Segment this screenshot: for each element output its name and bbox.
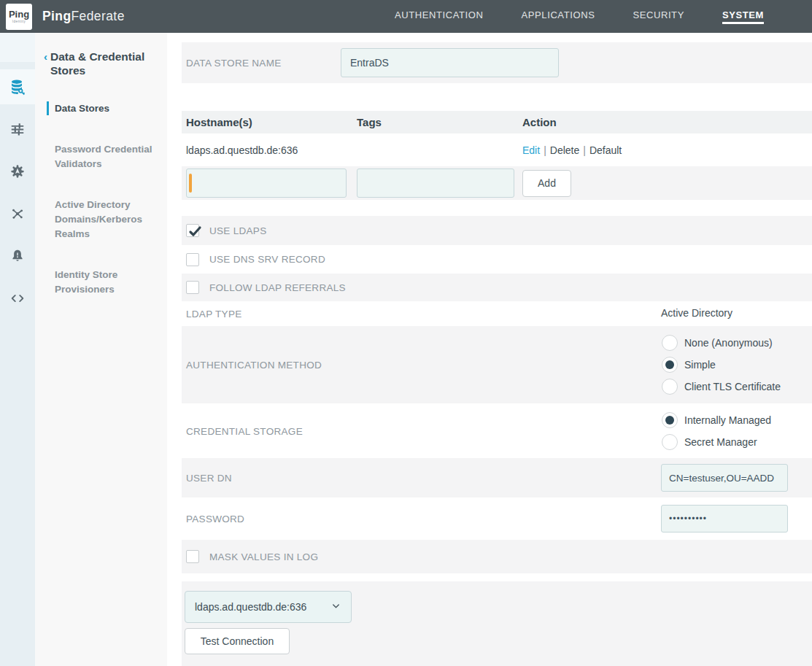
- follow-referrals-checkbox[interactable]: [186, 281, 199, 294]
- add-button[interactable]: Add: [522, 170, 571, 197]
- password-label: PASSWORD: [186, 514, 244, 524]
- auth-option-none: None (Anonymous): [662, 335, 781, 351]
- data-stores-icon: [9, 78, 26, 96]
- action-separator: |: [540, 144, 550, 156]
- required-caret-indicator: [189, 174, 192, 193]
- col-action: Action: [522, 116, 812, 128]
- ping-logo-text: Ping: [9, 9, 29, 19]
- cred-option-internal: Internally Managed: [662, 412, 771, 428]
- password-input[interactable]: [661, 505, 788, 533]
- authentication-method-row: AUTHENTICATION METHOD None (Anonymous) S…: [182, 326, 812, 403]
- main-content: DATA STORE NAME Hostname(s) Tags Action …: [167, 33, 812, 666]
- cred-internal-label: Internally Managed: [684, 414, 771, 426]
- delete-link[interactable]: Delete: [550, 144, 579, 156]
- auth-none-label: None (Anonymous): [684, 337, 773, 349]
- ping-logo[interactable]: Ping Identity: [6, 4, 32, 30]
- auth-none-radio[interactable]: [662, 335, 678, 351]
- hostname-input[interactable]: [186, 169, 347, 198]
- use-ldaps-label: USE LDAPS: [209, 225, 266, 236]
- sidebar: ‹ Data & Credential Stores Data Stores P…: [35, 33, 167, 666]
- host-select-dropdown[interactable]: ldaps.ad.questdb.de:636: [185, 591, 352, 623]
- hosts-table-header: Hostname(s) Tags Action: [182, 111, 812, 133]
- sidebar-item-data-stores[interactable]: Data Stores: [47, 101, 155, 116]
- rail-item-data-stores[interactable]: [0, 69, 35, 104]
- cred-secret-manager-label: Secret Manager: [684, 436, 757, 448]
- mask-values-row: MASK VALUES IN LOG: [182, 540, 812, 573]
- default-link[interactable]: Default: [589, 144, 622, 156]
- auth-option-simple: Simple: [662, 357, 781, 373]
- credential-storage-options: Internally Managed Secret Manager: [662, 412, 771, 450]
- connector-icon: [9, 206, 26, 222]
- host-table-row: ldaps.ad.questdb.de:636 Edit|Delete|Defa…: [182, 133, 812, 166]
- nav-system[interactable]: SYSTEM: [722, 9, 764, 24]
- cred-option-secret-manager: Secret Manager: [662, 434, 771, 450]
- use-dns-srv-checkbox[interactable]: [186, 253, 199, 266]
- auth-client-tls-label: Client TLS Certificate: [684, 381, 781, 392]
- hostname-cell: ldaps.ad.questdb.de:636: [186, 144, 357, 156]
- password-row: PASSWORD: [182, 497, 812, 540]
- nav-applications[interactable]: APPLICATIONS: [522, 9, 595, 24]
- sidebar-back[interactable]: ‹ Data & Credential Stores: [35, 50, 167, 78]
- test-connection-section: ldaps.ad.questdb.de:636 Test Connection: [182, 581, 812, 666]
- test-connection-button[interactable]: Test Connection: [185, 628, 290, 654]
- action-cell: Edit|Delete|Default: [522, 144, 812, 156]
- tags-input[interactable]: [357, 169, 514, 198]
- code-icon: [9, 290, 26, 306]
- ldap-type-value: Active Directory: [661, 307, 732, 319]
- user-dn-row: USER DN: [182, 458, 812, 497]
- data-store-name-row: DATA STORE NAME: [182, 42, 812, 83]
- mask-values-label: MASK VALUES IN LOG: [209, 551, 318, 562]
- use-ldaps-row: USE LDAPS: [182, 216, 812, 245]
- authentication-method-options: None (Anonymous) Simple Client TLS Certi…: [662, 335, 781, 395]
- rail-item-alerts[interactable]: [0, 239, 35, 274]
- ping-logo-subtext: Identity: [12, 20, 26, 23]
- sidebar-item-password-credential-validators[interactable]: Password Credential Validators: [47, 142, 155, 171]
- rail-top-spacer: [0, 33, 35, 62]
- sidebar-items: Data Stores Password Credential Validato…: [35, 101, 167, 297]
- app-title: PingFederate: [42, 9, 125, 24]
- app-title-bold: Ping: [42, 9, 71, 23]
- app-title-rest: Federate: [71, 9, 125, 23]
- user-dn-label: USER DN: [186, 473, 232, 484]
- rail-item-connector[interactable]: [0, 196, 35, 231]
- nav-authentication[interactable]: AUTHENTICATION: [395, 9, 484, 24]
- auth-option-client-tls: Client TLS Certificate: [662, 379, 781, 395]
- edit-link[interactable]: Edit: [522, 144, 540, 156]
- sliders-icon: [9, 121, 26, 137]
- ldap-type-label: LDAP TYPE: [186, 309, 242, 320]
- topbar: Ping Identity PingFederate AUTHENTICATIO…: [0, 0, 812, 33]
- credential-storage-label: CREDENTIAL STORAGE: [186, 425, 303, 436]
- use-ldaps-checkbox[interactable]: [186, 224, 199, 237]
- nav-security[interactable]: SECURITY: [633, 9, 684, 24]
- cred-secret-manager-radio[interactable]: [662, 434, 678, 450]
- sidebar-item-identity-store-provisioners[interactable]: Identity Store Provisioners: [47, 268, 155, 296]
- rail-item-code[interactable]: [0, 281, 35, 316]
- col-tags: Tags: [357, 116, 522, 128]
- alert-bell-icon: [9, 248, 26, 264]
- credential-storage-row: CREDENTIAL STORAGE Internally Managed Se…: [182, 403, 812, 458]
- chevron-down-icon: [330, 600, 341, 614]
- sidebar-item-ad-domains-kerberos-realms[interactable]: Active Directory Domains/Kerberos Realms: [47, 198, 155, 241]
- rail-item-sliders[interactable]: [0, 112, 35, 147]
- auth-simple-label: Simple: [684, 359, 716, 371]
- main-nav: AUTHENTICATION APPLICATIONS SECURITY SYS…: [395, 9, 764, 24]
- use-dns-srv-label: USE DNS SRV RECORD: [209, 254, 325, 265]
- use-dns-srv-row: USE DNS SRV RECORD: [182, 245, 812, 274]
- auth-client-tls-radio[interactable]: [662, 379, 678, 395]
- sidebar-title: Data & Credential Stores: [50, 50, 151, 78]
- ldap-type-row: LDAP TYPE Active Directory: [182, 301, 812, 326]
- user-dn-input[interactable]: [661, 464, 788, 492]
- mask-values-checkbox[interactable]: [186, 550, 199, 563]
- action-separator: |: [579, 144, 589, 156]
- back-chevron-icon: ‹: [44, 50, 47, 78]
- data-store-name-label: DATA STORE NAME: [186, 58, 282, 69]
- host-select-value: ldaps.ad.questdb.de:636: [195, 601, 306, 613]
- col-hostnames: Hostname(s): [186, 116, 357, 128]
- cred-internal-radio[interactable]: [662, 412, 678, 428]
- icon-rail: [0, 33, 35, 666]
- follow-referrals-row: FOLLOW LDAP REFERRALS: [182, 274, 812, 301]
- auth-simple-radio[interactable]: [662, 357, 678, 373]
- data-store-name-input[interactable]: [341, 48, 559, 77]
- rail-item-gear[interactable]: [0, 154, 35, 189]
- follow-referrals-label: FOLLOW LDAP REFERRALS: [209, 282, 346, 293]
